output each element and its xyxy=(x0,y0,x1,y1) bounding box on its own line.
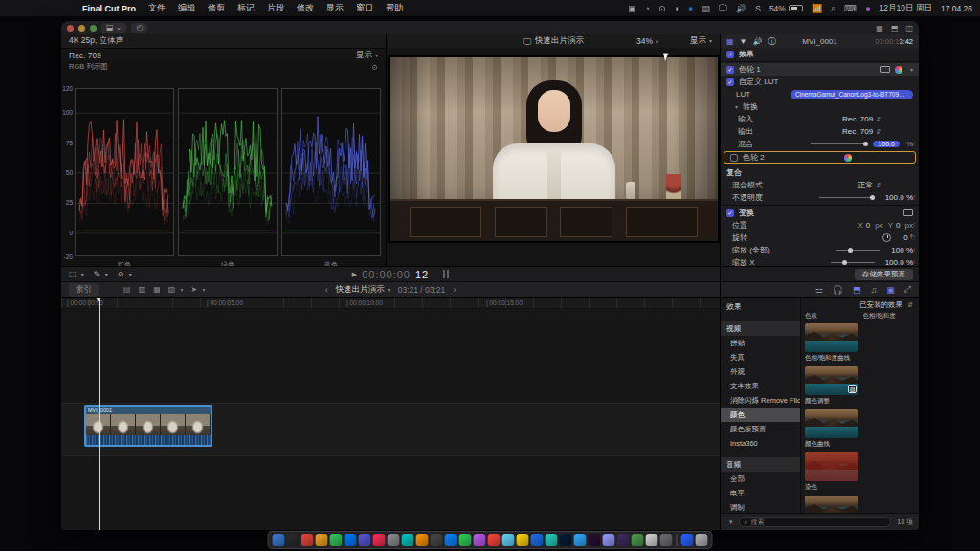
menu-item[interactable]: 修剪 xyxy=(208,2,225,14)
dock-app-icon[interactable] xyxy=(574,534,587,546)
effects-category-item[interactable]: 失真 xyxy=(721,350,800,364)
dock-app-icon[interactable] xyxy=(517,534,529,546)
save-effect-preset-button[interactable]: 存储效果预置 xyxy=(855,269,913,280)
colorwheel1-preview-icon[interactable] xyxy=(880,66,890,73)
dock-app-icon[interactable] xyxy=(359,534,371,546)
dock-app-icon[interactable] xyxy=(617,534,630,546)
menu-item[interactable]: 修改 xyxy=(297,2,314,14)
volume-icon[interactable]: 🔊 xyxy=(736,4,746,13)
effects-category-item[interactable]: 文本效果 xyxy=(721,379,800,393)
mix-slider[interactable] xyxy=(811,143,868,144)
viewer-display-menu[interactable]: 显示▾ xyxy=(690,35,712,47)
close-button[interactable] xyxy=(67,25,74,32)
timeline[interactable]: | 00:00:00:00| 00:00:05:00| 00:00:10:00|… xyxy=(61,297,720,530)
colorwheel1-checkbox[interactable]: ✓ xyxy=(726,66,734,74)
dock-app-icon[interactable] xyxy=(603,534,615,546)
effects-category-item[interactable]: 全部 xyxy=(721,472,800,486)
playhead[interactable] xyxy=(99,298,100,530)
menu-item[interactable]: 窗口 xyxy=(356,2,373,14)
position-reset-icon[interactable]: ↺ xyxy=(910,222,916,230)
menu-item[interactable]: 标记 xyxy=(237,2,255,14)
headphones-icon[interactable]: 🎧 xyxy=(833,285,843,295)
effect-thumbnail[interactable] xyxy=(805,496,858,513)
dock-app-icon[interactable] xyxy=(273,534,285,546)
mix-reset-icon[interactable]: ↺ xyxy=(910,141,916,148)
browser-layout-icon[interactable]: ▦ xyxy=(876,24,883,33)
dock-app-icon[interactable] xyxy=(660,534,673,546)
effects-category-item[interactable]: 电平 xyxy=(721,486,800,500)
dock-app-icon[interactable] xyxy=(445,534,457,546)
project-title[interactable]: 快速出片演示▾ xyxy=(336,284,390,296)
menu-item[interactable]: 显示 xyxy=(326,2,344,14)
customlut-checkbox[interactable]: ✓ xyxy=(726,78,734,86)
window-titlebar[interactable]: ⬓ ⌄ ◴ ▦ ⬒ ◫ xyxy=(61,21,919,34)
screen-mirroring-icon[interactable]: ▣ xyxy=(628,4,636,13)
rotation-dial[interactable] xyxy=(882,233,891,242)
transform-checkbox[interactable]: ✓ xyxy=(726,209,734,217)
sogou-input-icon[interactable]: S xyxy=(755,4,761,13)
effect-thumbnail[interactable] xyxy=(805,409,858,438)
dock-app-icon[interactable] xyxy=(388,534,400,546)
dock-app-icon[interactable] xyxy=(681,534,694,546)
dock-app-icon[interactable] xyxy=(345,534,357,546)
dock-app-icon[interactable] xyxy=(589,534,601,546)
menu-time[interactable]: 17 04 26 xyxy=(941,4,972,13)
index-button[interactable]: 索引 xyxy=(69,283,99,297)
dock-app-icon[interactable] xyxy=(502,534,515,546)
opacity-value[interactable]: 100.0 % xyxy=(885,193,913,202)
effects-category-item[interactable]: 颜色板预置 xyxy=(721,422,800,436)
rotation-reset-icon[interactable]: ↺ xyxy=(910,234,916,242)
select-tool-button[interactable]: ➤ ▾ xyxy=(190,285,205,294)
effects-category-item[interactable]: 音频 xyxy=(721,457,800,472)
effects-checkbox[interactable]: ✓ xyxy=(726,51,734,58)
timeline-clip[interactable]: MVI_0001 xyxy=(84,405,212,447)
bluetooth-dot-icon[interactable]: ● xyxy=(688,4,693,13)
spotlight-icon[interactable]: ⌕ xyxy=(831,3,835,13)
installed-effects-header[interactable]: 已安装的效果 ⇵ xyxy=(805,299,915,311)
titles-generators-icon[interactable]: ▣ xyxy=(886,285,895,295)
menu-item[interactable]: 编辑 xyxy=(178,2,195,14)
dock-app-icon[interactable] xyxy=(459,534,472,546)
dock-app-icon[interactable] xyxy=(287,534,300,546)
color-inspector-icon[interactable]: ▼ xyxy=(740,37,747,46)
effects-category-item[interactable]: 拼贴 xyxy=(721,336,800,350)
colorwheel1-wheel-icon[interactable] xyxy=(895,66,902,74)
effect-thumbnail[interactable] xyxy=(805,452,858,481)
dock-app-icon[interactable] xyxy=(431,534,443,546)
audio-inspector-icon[interactable]: 🔊 xyxy=(752,37,762,46)
dock-app-icon[interactable] xyxy=(316,534,328,546)
scope-settings-icon[interactable]: ⚙ xyxy=(371,63,378,72)
scale-all-slider[interactable] xyxy=(836,250,880,251)
display-icon[interactable]: 🖵 xyxy=(719,3,727,13)
menu-date[interactable]: 12月10日 周日 xyxy=(880,3,932,14)
crop-tool-button[interactable]: ⬚ ▾ xyxy=(69,270,84,278)
opacity-slider[interactable] xyxy=(819,197,875,198)
minimize-button[interactable] xyxy=(78,25,85,32)
transform-preview-icon[interactable] xyxy=(903,209,913,216)
input-source-icon[interactable]: ⌨ xyxy=(844,4,857,13)
zoom-button[interactable] xyxy=(90,25,97,32)
dock-app-icon[interactable] xyxy=(373,534,386,546)
siri-icon[interactable]: ● xyxy=(865,4,870,13)
menu-item[interactable]: 帮助 xyxy=(386,2,403,14)
record-icon[interactable]: ⊙ xyxy=(658,4,666,13)
dock-app-icon[interactable] xyxy=(330,534,343,546)
dock-app-icon[interactable] xyxy=(531,534,544,546)
effect-item[interactable]: 染色 xyxy=(805,452,858,492)
app-menu[interactable]: Final Cut Pro xyxy=(82,4,136,13)
effect-item[interactable]: 自定义 LUT xyxy=(805,496,858,513)
timeline-ruler[interactable]: | 00:00:00:00| 00:00:05:00| 00:00:10:00|… xyxy=(61,298,720,309)
viewer-zoom-menu[interactable]: 34%▾ xyxy=(636,36,658,46)
effects-category-item[interactable]: 外观 xyxy=(721,364,800,379)
share-icon[interactable]: ⬒ xyxy=(891,24,899,33)
effect-thumbnail[interactable]: ▨ xyxy=(805,366,858,395)
mix-value-field[interactable]: 100.0 xyxy=(873,141,900,147)
scale-x-slider[interactable] xyxy=(831,262,875,263)
dock-app-icon[interactable] xyxy=(301,534,314,546)
scale-all-reset-icon[interactable]: ↺ xyxy=(910,247,916,254)
next-project-button[interactable]: › xyxy=(453,285,456,295)
photos-audio-icon[interactable]: ♫ xyxy=(871,285,878,295)
opacity-reset-icon[interactable]: ↺ xyxy=(910,194,916,202)
blend-mode-value[interactable]: 正常⇵ xyxy=(858,180,881,190)
extensions-icon[interactable]: ◫ xyxy=(905,24,913,33)
